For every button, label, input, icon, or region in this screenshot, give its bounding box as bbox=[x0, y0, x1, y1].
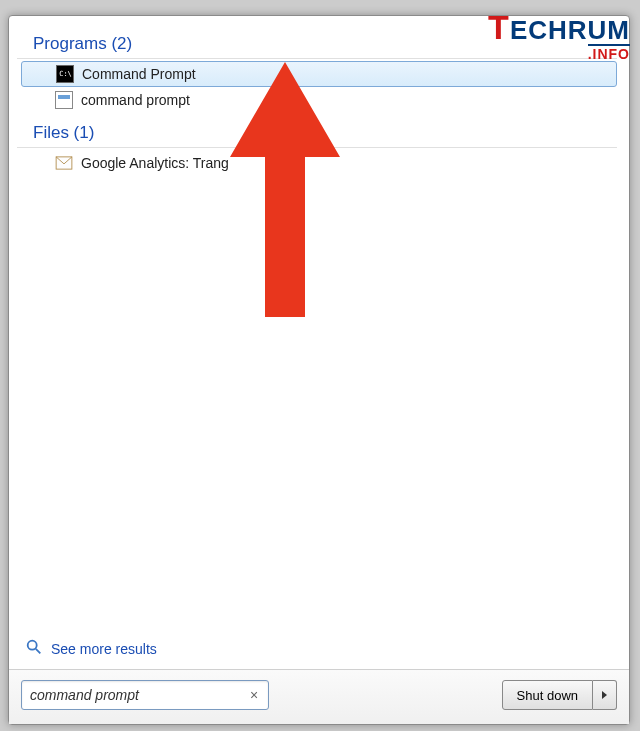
search-box[interactable]: × bbox=[21, 680, 269, 710]
see-more-results[interactable]: See more results bbox=[9, 628, 629, 669]
svg-point-1 bbox=[28, 641, 37, 650]
result-google-analytics[interactable]: Google Analytics: Trang bbox=[21, 150, 617, 176]
see-more-label: See more results bbox=[51, 641, 157, 657]
svg-line-2 bbox=[36, 649, 41, 654]
shutdown-button[interactable]: Shut down bbox=[502, 680, 593, 710]
document-icon bbox=[55, 91, 73, 109]
section-header-programs: Programs (2) bbox=[17, 28, 617, 59]
shutdown-options-button[interactable] bbox=[593, 680, 617, 710]
result-command-prompt-doc[interactable]: command prompt bbox=[21, 87, 617, 113]
result-command-prompt[interactable]: C:\ Command Prompt bbox=[21, 61, 617, 87]
section-header-files: Files (1) bbox=[17, 117, 617, 148]
result-label: Google Analytics: Trang bbox=[81, 155, 229, 171]
result-label: Command Prompt bbox=[82, 66, 196, 82]
clear-search-icon[interactable]: × bbox=[246, 687, 262, 703]
shutdown-label: Shut down bbox=[517, 688, 578, 703]
bottom-bar: × Shut down bbox=[9, 669, 629, 724]
search-input[interactable] bbox=[30, 687, 246, 703]
mail-icon bbox=[55, 154, 73, 172]
result-label: command prompt bbox=[81, 92, 190, 108]
search-results: Programs (2) C:\ Command Prompt command … bbox=[9, 16, 629, 628]
shutdown-group: Shut down bbox=[502, 680, 617, 710]
search-icon bbox=[25, 638, 43, 659]
terminal-icon: C:\ bbox=[56, 65, 74, 83]
start-menu-search-panel: Programs (2) C:\ Command Prompt command … bbox=[8, 15, 630, 725]
